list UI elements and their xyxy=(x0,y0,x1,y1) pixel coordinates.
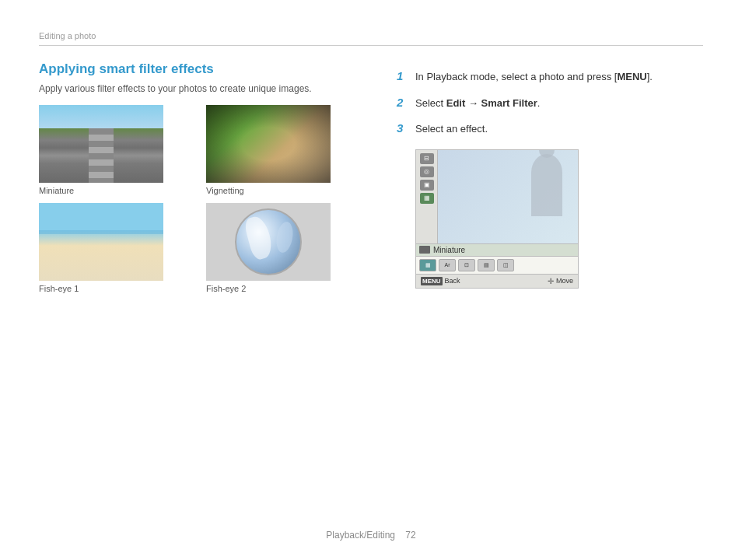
section-subtitle: Apply various filter effects to your pho… xyxy=(39,83,366,94)
page-footer: Playback/Editing 72 xyxy=(0,530,742,541)
selected-effect-row: Miniature xyxy=(416,243,578,256)
ui-icon-2[interactable]: ◎ xyxy=(420,166,434,177)
effect-btn-miniature[interactable]: ▦ xyxy=(419,259,436,271)
image-miniature xyxy=(39,105,163,183)
image-fisheye1 xyxy=(39,203,163,281)
silhouette-figure xyxy=(531,154,562,216)
camera-ui-main: ⊟ ◎ ▣ ▦ xyxy=(416,150,578,243)
breadcrumb: Editing a photo xyxy=(39,31,703,46)
step-text-3: Select an effect. xyxy=(415,121,488,137)
image-item-vignetting: Vignetting xyxy=(206,105,366,195)
effect-btn-4[interactable]: ◫ xyxy=(497,259,514,271)
move-label: Move xyxy=(556,277,573,285)
ui-icon-miniature[interactable]: ▦ xyxy=(420,193,434,204)
image-label-fisheye2: Fish-eye 2 xyxy=(206,284,366,293)
effect-btn-1[interactable]: Ar xyxy=(439,259,456,271)
step-3: 3 Select an effect. xyxy=(397,121,703,137)
miniature-icon-small xyxy=(419,246,430,254)
effects-buttons-row: ▦ Ar ⊡ ▤ ◫ xyxy=(416,256,578,274)
ui-icon-1[interactable]: ⊟ xyxy=(420,153,434,164)
move-icon: ✛ xyxy=(548,277,554,285)
effect-btn-3[interactable]: ▤ xyxy=(478,259,495,271)
image-label-vignetting: Vignetting xyxy=(206,186,366,195)
image-item-fisheye1: Fish-eye 1 xyxy=(39,203,198,293)
footer-page: 72 xyxy=(405,530,415,541)
step-1: 1 In Playback mode, select a photo and p… xyxy=(397,69,703,85)
image-label-fisheye1: Fish-eye 1 xyxy=(39,284,198,293)
main-layout: Applying smart filter effects Apply vari… xyxy=(39,61,703,293)
section-title: Applying smart filter effects xyxy=(39,61,366,77)
step-number-3: 3 xyxy=(397,121,409,135)
step-number-1: 1 xyxy=(397,69,409,82)
step-text-1: In Playback mode, select a photo and pre… xyxy=(415,69,653,85)
camera-ui-footer: MENU Back ✛ Move xyxy=(416,274,578,288)
step-number-2: 2 xyxy=(397,96,409,109)
right-column: 1 In Playback mode, select a photo and p… xyxy=(397,61,703,293)
fisheye-circle xyxy=(235,208,302,275)
back-label: Back xyxy=(445,277,460,285)
effect-btn-2[interactable]: ⊡ xyxy=(458,259,475,271)
image-item-fisheye2: Fish-eye 2 xyxy=(206,203,366,293)
image-grid: Miniature Vignetting Fish-eye 1 xyxy=(39,105,366,293)
page-container: Editing a photo Applying smart filter ef… xyxy=(0,0,742,560)
vignette-image xyxy=(206,105,331,183)
step-text-2: Select Edit → Smart Filter. xyxy=(415,96,540,111)
step-2: 2 Select Edit → Smart Filter. xyxy=(397,96,703,111)
left-column: Applying smart filter effects Apply vari… xyxy=(39,61,366,293)
selected-effect-label: Miniature xyxy=(433,246,465,254)
image-item-miniature: Miniature xyxy=(39,105,198,195)
camera-ui-icons-panel: ⊟ ◎ ▣ ▦ xyxy=(416,150,438,243)
footer-back: MENU Back xyxy=(421,277,460,285)
menu-label: MENU xyxy=(421,277,443,285)
footer-text: Playback/Editing xyxy=(326,530,395,541)
steps-list: 1 In Playback mode, select a photo and p… xyxy=(397,69,703,137)
camera-ui-mockup: ⊟ ◎ ▣ ▦ Miniature xyxy=(415,149,579,289)
ui-icon-3[interactable]: ▣ xyxy=(420,180,434,191)
footer-move: ✛ Move xyxy=(548,277,573,285)
fisheye-image xyxy=(206,203,331,281)
beach-image xyxy=(39,203,163,281)
camera-ui-preview xyxy=(438,150,578,243)
road-image xyxy=(39,105,163,183)
image-label-miniature: Miniature xyxy=(39,186,198,195)
image-vignetting xyxy=(206,105,331,183)
image-fisheye2 xyxy=(206,203,331,281)
